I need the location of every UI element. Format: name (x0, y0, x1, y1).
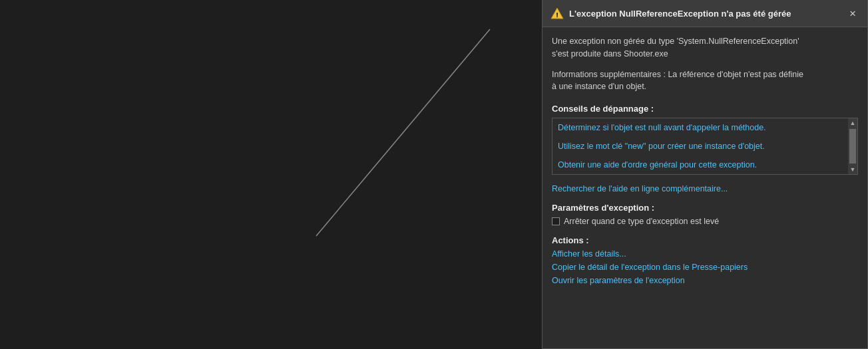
tip-item-2[interactable]: Obtenir une aide d'ordre général pour ce… (552, 156, 857, 174)
params-section: Paramètres d'exception : Arrêter quand c… (552, 203, 858, 226)
exception-panel: ! L'exception NullReferenceException n'a… (542, 0, 868, 349)
exception-description: Une exception non gérée du type 'System.… (552, 35, 858, 60)
svg-line-0 (316, 29, 490, 236)
params-title: Paramètres d'exception : (552, 203, 858, 213)
close-button[interactable]: ✕ (846, 7, 859, 20)
svg-text:!: ! (555, 11, 560, 19)
panel-title: L'exception NullReferenceException n'a p… (569, 9, 841, 19)
search-link[interactable]: Rechercher de l'aide en ligne complément… (552, 184, 858, 193)
panel-body: Une exception non gérée du type 'System.… (542, 27, 867, 348)
exception-checkbox[interactable] (552, 217, 560, 225)
scroll-down-arrow[interactable]: ▼ (848, 165, 857, 174)
scroll-up-arrow[interactable]: ▲ (848, 118, 857, 128)
action-link-2[interactable]: Ouvrir les paramètres de l'exception (552, 276, 858, 285)
actions-section: Actions : Afficher les détails... Copier… (552, 235, 858, 285)
warning-icon: ! (550, 7, 564, 20)
action-link-1[interactable]: Copier le détail de l'exception dans le … (552, 263, 858, 272)
action-link-0[interactable]: Afficher les détails... (552, 249, 858, 259)
scroll-thumb[interactable] (849, 129, 856, 164)
exception-checkbox-row: Arrêter quand ce type d'exception est le… (552, 217, 858, 226)
tips-title: Conseils de dépannage : (552, 104, 858, 114)
tip-item-0[interactable]: Déterminez si l'objet est null avant d'a… (552, 118, 857, 137)
tips-container: Déterminez si l'objet est null avant d'a… (552, 118, 858, 175)
exception-info: Informations supplémentaires : La référe… (552, 68, 858, 94)
actions-title: Actions : (552, 235, 858, 245)
checkbox-label: Arrêter quand ce type d'exception est le… (564, 217, 719, 226)
tip-item-1[interactable]: Utilisez le mot clé "new" pour créer une… (552, 137, 857, 156)
panel-header: ! L'exception NullReferenceException n'a… (542, 0, 867, 27)
code-editor: using System.Text; using Microsoft.Xna.F… (0, 0, 542, 349)
tips-scrollbar[interactable]: ▲ ▼ (848, 118, 857, 174)
